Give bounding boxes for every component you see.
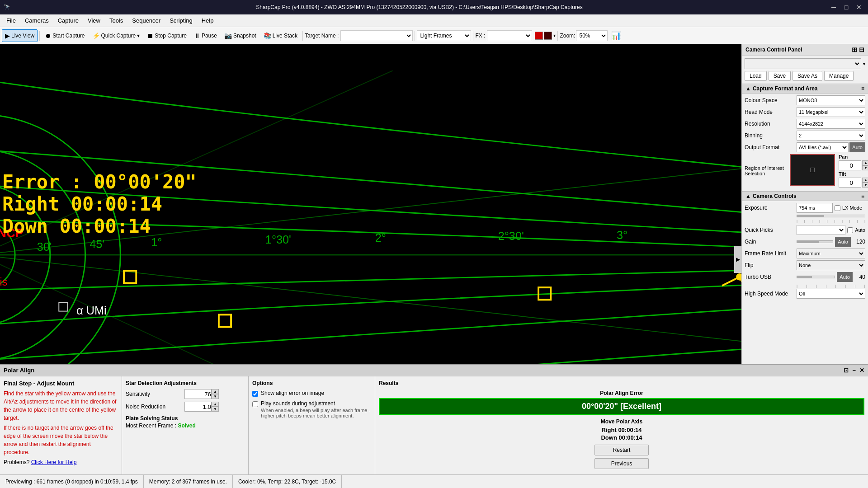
previous-button[interactable]: Previous — [594, 458, 649, 469]
snapshot-button[interactable]: 📷 Snapshot — [221, 29, 259, 42]
menu-item-view[interactable]: View — [83, 14, 105, 27]
capture-format-menu-icon[interactable]: ≡ — [861, 85, 864, 92]
roi-preview[interactable] — [790, 154, 835, 186]
turbo-auto-button[interactable]: Auto — [837, 272, 853, 282]
tilt-label: Tilt — [839, 171, 868, 177]
fx-dropdown-arrow[interactable]: ▾ — [553, 33, 556, 38]
quick-capture-icon: ⚡ — [92, 32, 100, 39]
fx-color-dark[interactable] — [544, 32, 552, 40]
play-sounds-checkbox[interactable] — [252, 401, 258, 407]
output-format-select[interactable]: AVI files (*.avi) — [797, 142, 849, 152]
target-name-select[interactable] — [340, 30, 413, 41]
menu-item-scripting[interactable]: Scripting — [165, 14, 197, 27]
pan-down-button[interactable]: ▼ — [862, 165, 868, 170]
resolution-select[interactable]: 4144x2822 — [797, 119, 865, 129]
quick-picks-select[interactable] — [797, 225, 845, 235]
camera-controls-header[interactable]: ▲ Camera Controls ≡ — [742, 191, 868, 201]
lx-mode-checkbox[interactable] — [835, 205, 840, 211]
frame-rate-select[interactable]: Maximum — [797, 249, 865, 258]
plate-solving-status: Plate Solving Status Most Recent Frame :… — [126, 415, 245, 429]
close-button[interactable]: ✕ — [854, 3, 864, 12]
minimize-button[interactable]: ─ — [828, 3, 839, 12]
ccp-profile-select[interactable] — [745, 58, 861, 69]
show-error-checkbox[interactable] — [252, 391, 258, 397]
noise-down-button[interactable]: ▼ — [212, 407, 219, 412]
menu-item-file[interactable]: File — [2, 14, 20, 27]
binning-select[interactable]: 2 — [797, 131, 865, 141]
bottom-close-icon[interactable]: ✕ — [859, 367, 864, 374]
quick-capture-dropdown-icon[interactable]: ▾ — [137, 33, 140, 39]
gain-auto-button[interactable]: Auto — [835, 237, 851, 247]
pan-spinbox: ▲ ▼ — [862, 160, 868, 170]
bottom-float-icon[interactable]: ⊡ — [844, 367, 849, 374]
app-icon: 🔭 — [4, 4, 10, 10]
noise-up-button[interactable]: ▲ — [212, 402, 219, 407]
save-button[interactable]: Save — [769, 71, 791, 81]
tilt-input[interactable] — [839, 178, 861, 188]
start-capture-button[interactable]: ⏺ Start Capture — [42, 29, 88, 42]
live-view-button[interactable]: ▶ Live View — [2, 29, 38, 42]
read-mode-select[interactable]: 11 Megapixel — [797, 107, 865, 117]
menu-item-help[interactable]: Help — [197, 14, 218, 27]
ccp-detach-icon[interactable]: ⊟ — [859, 46, 864, 53]
target-name-label: Target Name : — [305, 33, 339, 39]
ccp-profile-dropdown-icon[interactable]: ▾ — [863, 61, 865, 66]
light-frames-dropdown[interactable]: Light Frames — [417, 30, 471, 41]
menu-item-cameras[interactable]: Cameras — [20, 14, 53, 27]
pan-up-button[interactable]: ▲ — [862, 160, 868, 165]
menu-item-tools[interactable]: Tools — [105, 14, 127, 27]
save-as-button[interactable]: Save As — [793, 71, 822, 81]
tilt-down-button[interactable]: ▼ — [862, 183, 868, 188]
flip-select[interactable]: None — [797, 260, 865, 270]
colour-space-select[interactable]: MONO8 — [797, 95, 865, 105]
turbo-ticks: | | | | | | | | — [745, 284, 865, 289]
fx-select[interactable] — [487, 30, 532, 41]
load-button[interactable]: Load — [745, 71, 767, 81]
output-format-auto-button[interactable]: Auto — [849, 142, 865, 152]
ccp-expand-icon[interactable]: ⊞ — [852, 46, 857, 53]
quick-picks-label: Quick Picks — [745, 227, 797, 233]
svg-text:1°30': 1°30' — [265, 233, 291, 246]
camera-controls-menu-icon[interactable]: ≡ — [861, 193, 864, 199]
turbo-tick-4: | — [826, 284, 826, 288]
zoom-dropdown[interactable]: 50% — [576, 30, 608, 41]
memory-status: Memory: 2 of 367 frames in use. — [144, 475, 233, 488]
polar-align-title: Polar Align — [4, 367, 34, 374]
pa-problems-label: Problems? — [4, 459, 29, 465]
pa-instructions: Final Step - Adjust Mount Find the star … — [0, 376, 122, 474]
scroll-right-button[interactable]: ▶ — [734, 246, 741, 273]
maximize-button[interactable]: □ — [841, 3, 852, 12]
light-frames-select[interactable]: Light Frames — [417, 30, 471, 41]
menu-item-sequencer[interactable]: Sequencer — [127, 14, 165, 27]
gain-value: 120 — [853, 239, 865, 245]
tilt-up-button[interactable]: ▲ — [862, 178, 868, 183]
polar-text-overlay: Error : 00°00'20" Right 00:00:14 Down 00… — [2, 171, 197, 237]
high-speed-select[interactable]: Off — [797, 289, 865, 299]
capture-format-header[interactable]: ▲ Capture Format and Area ≡ — [742, 84, 868, 94]
manage-button[interactable]: Manage — [824, 71, 854, 81]
exposure-input[interactable] — [797, 203, 833, 213]
pa-help-link[interactable]: Click Here for Help — [31, 459, 77, 465]
quick-capture-button[interactable]: ⚡ Quick Capture ▾ — [89, 29, 143, 42]
target-name-dropdown[interactable] — [340, 30, 413, 41]
bottom-minimize-icon[interactable]: − — [852, 367, 856, 374]
sensitivity-input[interactable] — [184, 389, 212, 399]
pan-input[interactable] — [839, 160, 861, 170]
noise-reduction-input[interactable] — [184, 402, 212, 412]
pa-instruction-1: Find the star with the yellow arrow and … — [4, 389, 118, 422]
restart-button[interactable]: Restart — [594, 445, 649, 455]
histogram-icon[interactable]: 📊 — [611, 31, 621, 41]
quick-picks-auto-checkbox[interactable] — [847, 227, 853, 233]
sensitivity-up-button[interactable]: ▲ — [212, 389, 219, 394]
live-stack-button[interactable]: 📚 Live Stack — [260, 29, 301, 42]
pause-button[interactable]: ⏸ Pause — [191, 29, 220, 42]
output-format-value-container: AVI files (*.avi) Auto — [797, 142, 865, 152]
svg-text:α UMi: α UMi — [76, 304, 107, 317]
menu-item-capture[interactable]: Capture — [53, 14, 83, 27]
fx-color-red[interactable] — [535, 32, 543, 40]
fx-dropdown[interactable] — [487, 30, 532, 41]
sensitivity-down-button[interactable]: ▼ — [212, 394, 219, 399]
zoom-select[interactable]: 50% — [576, 30, 608, 41]
stop-capture-button[interactable]: ⏹ Stop Capture — [144, 29, 190, 42]
menu-bar: FileCamerasCaptureViewToolsSequencerScri… — [0, 14, 868, 27]
